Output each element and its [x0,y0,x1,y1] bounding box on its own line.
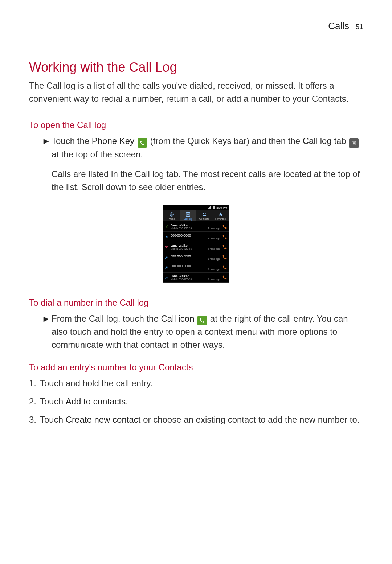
entry-details: 555-555-55555 mins ago [171,254,220,260]
call-log-entry[interactable]: Jane WalkerMobile 010-720-552 mins ago [163,222,229,232]
call-log-entry[interactable]: 555-555-55555 mins ago [163,252,229,262]
call-log-screenshot: 3:29 PM PhoneCall logContactsFavorites J… [29,205,363,283]
entry-name: Jane Walker [171,274,220,278]
step-number: 2. [29,395,40,408]
step-2: 2. Touch Add to contacts. [29,395,363,408]
heading-open-call-log: To open the Call log [29,120,363,130]
entry-details: 000-000-00002 mins ago [171,234,220,240]
tab-icon [185,212,191,217]
svg-point-13 [204,213,205,214]
call-type-incoming-icon [165,225,168,229]
entry-call-icon[interactable] [222,224,227,229]
entry-call-icon[interactable] [222,275,227,280]
phone-tab-favorites[interactable]: Favorites [212,210,229,221]
dial-number-text: From the Call log, touch the Call icon a… [52,312,363,351]
svg-point-12 [203,213,204,214]
step-1: 1. Touch and hold the call entry. [29,377,363,390]
call-log-tab-icon [349,138,359,148]
page-header: Calls 51 [29,20,363,34]
text-fragment: From the Call log, touch the [52,314,161,323]
text-fragment: . [126,396,128,406]
bullet-arrow-icon: ▶ [44,134,52,148]
text-fragment: Touch [40,415,66,424]
tab-icon [202,212,207,217]
phone-status-bar: 3:29 PM [163,205,229,210]
entry-details: 000-000-00005 mins ago [171,264,220,270]
call-type-outgoing-icon [165,276,168,279]
page-title: Working with the Call Log [29,60,363,75]
header-page-number: 51 [356,23,363,31]
tab-icon [169,212,174,217]
add-to-contacts-steps: 1. Touch and hold the call entry. 2. Tou… [29,377,363,426]
entry-sub: Mobile 010-720-55 [171,278,192,281]
phone-tab-contacts[interactable]: Contacts [196,210,212,221]
entry-time: 5 mins ago [208,278,220,281]
call-log-label: Call log [135,169,164,179]
phone-screen: 3:29 PM PhoneCall logContactsFavorites J… [163,205,229,283]
step-number: 1. [29,377,40,390]
call-log-entry[interactable]: 000-000-00002 mins ago [163,232,229,242]
step-text: Touch and hold the call entry. [40,377,363,390]
entry-name: Jane Walker [171,244,220,247]
dial-number-bullet: ▶ From the Call log, touch the Call icon… [29,312,363,351]
header-section-label: Calls [328,20,349,32]
call-log-entry[interactable]: Jane WalkerMobile 010-720-552 mins ago [163,242,229,252]
entry-name: Jane Walker [171,223,220,227]
heading-dial-number: To dial a number in the Call log [29,298,363,308]
add-to-contacts-label: Add to contacts [66,396,126,406]
step-text: Touch Create new contact or choose an ex… [40,413,363,426]
entry-call-icon[interactable] [222,255,227,260]
entry-details: Jane WalkerMobile 010-720-552 mins ago [171,244,220,250]
battery-icon [212,206,215,209]
entry-name: 555-555-5555 [171,254,220,258]
create-new-contact-label: Create new contact [66,415,141,424]
entry-call-icon[interactable] [222,265,227,270]
manual-page: Calls 51 Working with the Call Log The C… [0,0,392,564]
call-type-missed-icon [165,245,168,249]
tab-label: Favorites [215,218,226,220]
tab-icon [218,212,223,217]
call-log-entry[interactable]: 000-000-00005 mins ago [163,262,229,273]
entry-call-icon[interactable] [222,234,227,239]
entry-time: 2 mins ago [208,237,220,240]
open-call-log-follow: Calls are listed in the Call log tab. Th… [44,168,363,194]
text-fragment: at the top of the screen. [52,149,143,159]
entry-sub: Mobile 010-720-55 [171,227,192,230]
tab-label: Contacts [199,218,209,220]
phone-key-label: Phone Key [92,136,134,146]
status-time: 3:29 PM [216,206,227,209]
call-log-entries: Jane WalkerMobile 010-720-552 mins ago00… [163,222,229,283]
phone-tab-phone[interactable]: Phone [163,210,180,221]
entry-name: 000-000-0000 [171,264,220,268]
phone-tab-call-log[interactable]: Call log [180,210,196,221]
svg-rect-6 [213,206,214,206]
step-number: 3. [29,413,40,426]
call-icon-label: Call icon [161,314,194,323]
entry-time: 2 mins ago [208,247,220,250]
phone-tabs: PhoneCall logContactsFavorites [163,210,229,222]
tab-label: Call log [184,218,192,220]
svg-rect-5 [213,206,215,209]
entry-name: 000-000-0000 [171,234,220,237]
step-text: Touch Add to contacts. [40,395,363,408]
entry-time: 2 mins ago [208,227,220,230]
svg-marker-14 [219,212,223,216]
text-fragment: tab [332,136,349,146]
call-log-entry[interactable]: Jane WalkerMobile 010-720-555 mins ago [163,273,229,283]
entry-details: Jane WalkerMobile 010-720-555 mins ago [171,274,220,281]
entry-time: 5 mins ago [208,258,220,260]
text-fragment: Calls are listed in the [52,169,135,179]
open-call-log-bullet: ▶ Touch the Phone Key (from the Quick Ke… [29,134,363,194]
call-type-outgoing-icon [165,255,168,259]
entry-time: 5 mins ago [208,268,220,270]
call-icon [197,316,207,325]
call-type-outgoing-icon [165,235,168,239]
text-fragment: Touch [40,396,66,406]
call-type-outgoing-icon [165,266,168,269]
open-call-log-text: Touch the Phone Key (from the Quick Keys… [52,134,363,161]
entry-details: Jane WalkerMobile 010-720-552 mins ago [171,223,220,230]
text-fragment: Touch the [52,136,92,146]
text-fragment: or choose an existing contact to add the… [141,415,360,424]
phone-key-icon [138,138,147,148]
entry-call-icon[interactable] [222,245,227,250]
